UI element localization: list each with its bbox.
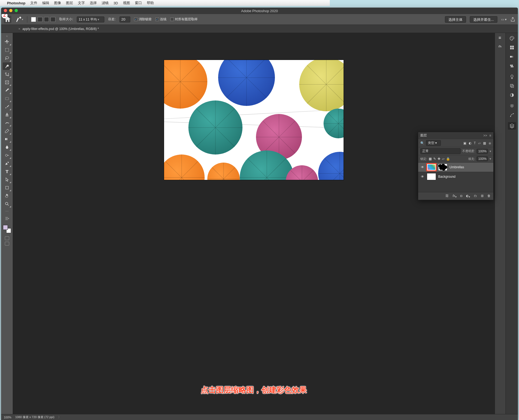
window-close-button[interactable]: [4, 9, 7, 12]
lasso-tool[interactable]: [3, 54, 11, 62]
menu-edit[interactable]: 编辑: [42, 1, 49, 5]
contiguous-checkbox[interactable]: ✓连续: [155, 17, 167, 22]
frame-tool[interactable]: [3, 79, 11, 86]
edit-toolbar-icon[interactable]: [3, 215, 11, 222]
menu-filter[interactable]: 滤镜: [102, 1, 109, 5]
svg-rect-0: [5, 48, 9, 52]
document-canvas[interactable]: [164, 60, 330, 180]
color-swatches[interactable]: [3, 225, 11, 233]
window-maximize-button[interactable]: [15, 9, 18, 12]
sample-size-select[interactable]: 11 x 11 平均 ▾: [77, 16, 104, 22]
menu-image[interactable]: 图像: [54, 1, 61, 5]
magic-wand-tool[interactable]: [3, 62, 11, 70]
tolerance-input[interactable]: [119, 16, 130, 22]
svg-rect-2: [5, 98, 9, 100]
mac-menubar: Photoshop 文件 编辑 图像 图层 文字 选择 滤镜 3D 视图 窗口 …: [0, 0, 330, 6]
document-tab-strip: × apply-filter-effects.psd @ 100% (Umbre…: [1, 25, 330, 33]
move-tool[interactable]: [3, 38, 11, 46]
svg-rect-3: [5, 138, 9, 140]
window-title: Adobe Photoshop 2020: [241, 9, 278, 13]
current-tool-icon[interactable]: ▾: [15, 16, 23, 23]
screen-mode-icons[interactable]: [5, 236, 9, 246]
close-document-icon[interactable]: ×: [18, 27, 20, 31]
path-select-tool[interactable]: [3, 176, 11, 183]
dodge-tool[interactable]: [3, 152, 11, 159]
menu-type[interactable]: 文字: [78, 1, 85, 5]
menu-layer[interactable]: 图层: [66, 1, 73, 5]
menu-window[interactable]: 窗口: [135, 1, 142, 5]
options-bar: ▾ 取样大小: 11 x 11 平均 ▾ 容差: ✓消除锯齿 ✓连续 对所有图层…: [1, 14, 330, 25]
blur-tool[interactable]: [3, 143, 11, 151]
document-tab[interactable]: × apply-filter-effects.psd @ 100% (Umbre…: [15, 25, 103, 33]
eyedropper-tool[interactable]: [3, 87, 11, 94]
gradient-tool[interactable]: [3, 135, 11, 143]
svg-point-6: [5, 202, 8, 205]
menu-3d[interactable]: 3D: [114, 1, 118, 5]
menu-view[interactable]: 视图: [123, 1, 130, 5]
brush-tool[interactable]: [3, 103, 11, 110]
hand-tool[interactable]: [3, 192, 11, 200]
titlebar: Adobe Photoshop 2020: [1, 8, 330, 14]
pen-tool[interactable]: [3, 160, 11, 167]
app-menu[interactable]: Photoshop: [7, 1, 25, 5]
menu-file[interactable]: 文件: [30, 1, 37, 5]
type-tool[interactable]: [3, 168, 11, 175]
app-window: Z www.MacZ.com Adobe Photoshop 2020 ▾ 取样…: [1, 8, 330, 267]
healing-tool[interactable]: [3, 95, 11, 102]
sample-all-layers-checkbox[interactable]: 对所有图层取样: [170, 17, 198, 22]
eraser-tool[interactable]: [3, 127, 11, 135]
shape-tool[interactable]: [3, 184, 11, 191]
crop-tool[interactable]: [3, 70, 11, 78]
svg-rect-5: [5, 186, 8, 189]
canvas-area[interactable]: 点击图层缩略图，创建彩色效果: [13, 33, 330, 267]
zoom-tool[interactable]: [3, 200, 11, 208]
menu-help[interactable]: 帮助: [147, 1, 154, 5]
tools-toolbar: » ⋯: [1, 33, 13, 267]
svg-point-4: [5, 154, 8, 156]
stamp-tool[interactable]: [3, 111, 11, 119]
sample-size-label: 取样大小:: [59, 17, 73, 22]
antialias-checkbox[interactable]: ✓消除锯齿: [134, 17, 152, 22]
menu-select[interactable]: 选择: [90, 1, 97, 5]
history-brush-tool[interactable]: [3, 119, 11, 127]
window-minimize-button[interactable]: [9, 9, 12, 12]
sample-mode-icons[interactable]: [31, 17, 55, 22]
document-tab-title: apply-filter-effects.psd @ 100% (Umbrell…: [22, 27, 99, 31]
marquee-tool[interactable]: [3, 46, 11, 54]
tolerance-label: 容差:: [108, 17, 115, 22]
